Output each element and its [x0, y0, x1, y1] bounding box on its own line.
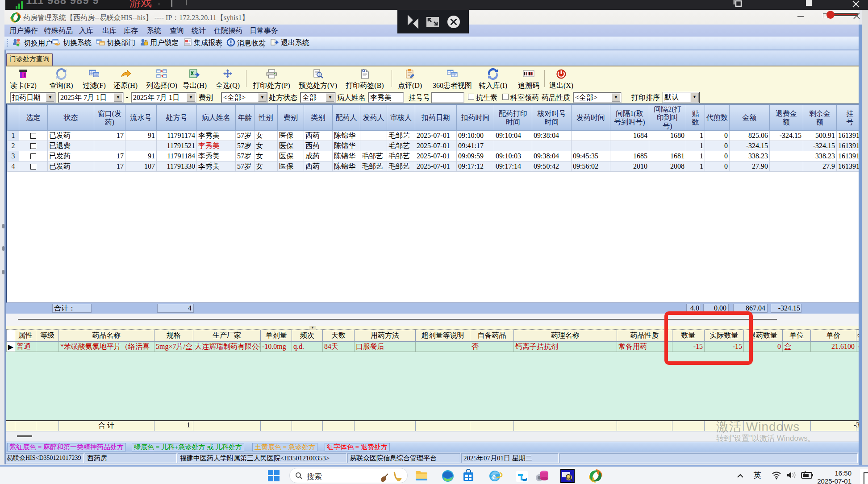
svg-text:e: e: [492, 472, 496, 481]
